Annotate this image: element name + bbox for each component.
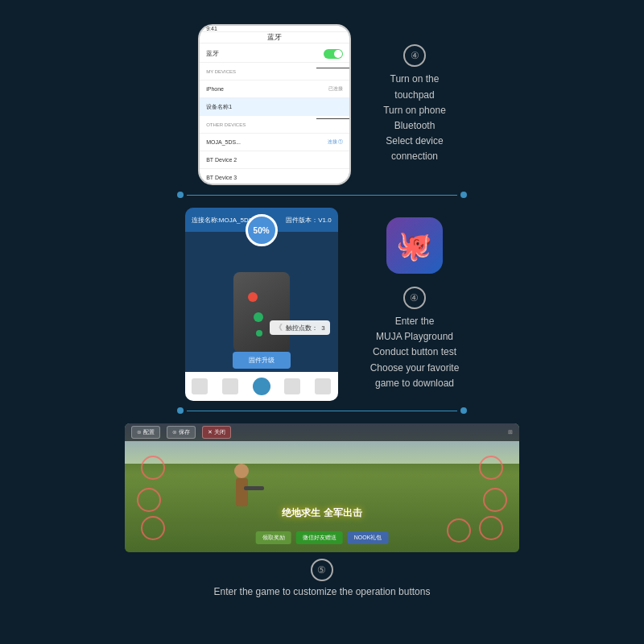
overlay-circle-7 xyxy=(447,518,471,543)
touch-count-value: 3 xyxy=(321,324,324,332)
app-screenshot: 连接名称:MOJA_5DS... 固件版本：V1.0 50% 《 触控点数： 3… xyxy=(185,208,338,401)
bluetooth-title: 蓝牙 xyxy=(267,32,282,43)
overlay-circle-1 xyxy=(141,456,165,480)
config-btn[interactable]: ⊙ 配置 xyxy=(131,426,160,439)
step5-circle: ⑤ xyxy=(311,559,333,581)
phone-list: 蓝牙 MY DEVICES iPhone 已连接 设备名称1 OTHER DE xyxy=(200,43,349,185)
device-item-extra1[interactable]: BT Device 2 xyxy=(200,151,349,169)
connector-line-1 xyxy=(187,195,457,196)
chevron-icon: 《 xyxy=(275,322,283,333)
connector-line-2 xyxy=(187,411,457,411)
section1-instructions: ④ Turn on thetouchpadTurn on phoneBlueto… xyxy=(383,44,446,164)
device-item-moja[interactable]: MOJA_5DS... 连接 ① xyxy=(200,134,349,151)
game-bottom-buttons: 领取奖励 微信好友赠送 NOOK礼包 xyxy=(256,531,389,544)
device-item-iphone[interactable]: iPhone 已连接 xyxy=(200,80,349,98)
touch-count-display: 《 触控点数： 3 xyxy=(270,320,329,335)
nav-icon-account[interactable] xyxy=(315,378,331,394)
dot-left-1 xyxy=(177,192,184,198)
arrow-line-2 xyxy=(316,118,351,119)
status-time: 9:41 xyxy=(206,26,217,31)
player-head xyxy=(234,464,249,478)
section3-game: ⊙ 配置 ⊙ 保存 ✕ 关闭 ⊞ xyxy=(0,423,644,552)
overlay-circle-2 xyxy=(137,488,161,512)
bluetooth-toggle-row: 蓝牙 xyxy=(200,45,349,63)
reward-btn-label: 领取奖励 xyxy=(262,535,285,540)
game-title: 绝地求生 全军出击 xyxy=(282,506,361,520)
game-top-bar: ⊙ 配置 ⊙ 保存 ✕ 关闭 ⊞ xyxy=(125,423,519,441)
player-body xyxy=(236,478,248,506)
game-background: ⊙ 配置 ⊙ 保存 ✕ 关闭 ⊞ xyxy=(125,423,519,552)
save-btn[interactable]: ⊙ 保存 xyxy=(167,426,196,439)
nook-btn-label: NOOK礼包 xyxy=(354,535,382,540)
bluetooth-label: 蓝牙 xyxy=(206,49,219,58)
phone-status-bar: 9:41 xyxy=(200,26,349,32)
step4-number-2: ④ xyxy=(410,292,419,303)
section2-instructions: ④ Enter theMUJA PlaygroundConduct button… xyxy=(370,287,460,391)
section-header-my: MY DEVICES xyxy=(200,63,349,80)
bluetooth-toggle[interactable] xyxy=(324,49,343,59)
step4-number-1: ④ xyxy=(411,50,419,61)
save-btn-label: ⊙ 保存 xyxy=(172,429,190,435)
player-gun xyxy=(244,486,264,490)
close-btn-label: ✕ 关闭 xyxy=(208,429,225,435)
close-btn[interactable]: ✕ 关闭 xyxy=(202,426,231,439)
game-btn-reward[interactable]: 领取奖励 xyxy=(256,531,291,544)
wechat-btn-label: 微信好友赠送 xyxy=(303,535,336,540)
game-player xyxy=(221,464,262,528)
game-btn-nook[interactable]: NOOK礼包 xyxy=(348,531,389,544)
dot-right-1 xyxy=(460,192,467,198)
nav-icon-download[interactable] xyxy=(284,378,300,394)
section1-bluetooth: 9:41 蓝牙 蓝牙 MY DEVICES iPhone 已连接 xyxy=(0,24,644,185)
connector-row-1 xyxy=(0,192,644,198)
step4-circle-2: ④ xyxy=(403,287,426,309)
device-item-extra2[interactable]: BT Device 3 xyxy=(200,169,349,185)
game-top-right-icon: ⊞ xyxy=(508,429,513,436)
dot-right-2 xyxy=(460,407,467,414)
game-btn-wechat[interactable]: 微信好友赠送 xyxy=(296,531,343,544)
firmware-version: 固件版本：V1.0 xyxy=(286,216,331,225)
section2-muja: 连接名称:MOJA_5DS... 固件版本：V1.0 50% 《 触控点数： 3… xyxy=(0,208,644,401)
device-item-selected[interactable]: 设备名称1 xyxy=(200,98,349,116)
section2-text-content: Enter theMUJA PlaygroundConduct button t… xyxy=(370,314,460,391)
nav-icon-mine[interactable] xyxy=(253,378,270,395)
config-btn-label: ⊙ 配置 xyxy=(137,429,155,435)
touch-count-label: 触控点数： xyxy=(286,324,318,332)
muja-app-icon[interactable]: 🐙 xyxy=(386,217,443,274)
step4-circle-1: ④ xyxy=(403,44,426,67)
section2-right-panel: 🐙 ④ Enter theMUJA PlaygroundConduct butt… xyxy=(370,217,460,391)
overlay-circle-5 xyxy=(483,488,507,512)
overlay-circle-6 xyxy=(479,516,503,540)
connector-row-2 xyxy=(0,407,644,414)
progress-label: 50% xyxy=(254,226,270,235)
dot-left-2 xyxy=(177,407,184,414)
progress-circle: 50% xyxy=(246,214,278,246)
section5-footer: ⑤ Enter the game to customize the operat… xyxy=(214,559,431,597)
section1-text-content: Turn on thetouchpadTurn on phoneBluetoot… xyxy=(383,72,446,164)
section5-text: Enter the game to customize the operatio… xyxy=(214,586,431,597)
app-bottom-navigation xyxy=(185,372,338,401)
device-image xyxy=(233,272,290,353)
step5-number: ⑤ xyxy=(317,564,326,576)
firmware-upgrade-btn[interactable]: 固件升级 xyxy=(233,352,291,369)
arrow-line-1 xyxy=(316,68,351,68)
nav-icon-discover[interactable] xyxy=(222,378,238,394)
nav-icon-game[interactable] xyxy=(192,378,208,394)
phone-screenshot: 9:41 蓝牙 蓝牙 MY DEVICES iPhone 已连接 xyxy=(198,24,351,185)
overlay-circle-4 xyxy=(479,456,503,480)
muja-octopus-emoji: 🐙 xyxy=(396,229,432,262)
device-dot-blue xyxy=(256,330,262,336)
phone-title-bar: 蓝牙 xyxy=(200,32,349,43)
overlay-circle-3 xyxy=(141,516,165,540)
page-container: 9:41 蓝牙 蓝牙 MY DEVICES iPhone 已连接 xyxy=(0,0,644,644)
game-screenshot: ⊙ 配置 ⊙ 保存 ✕ 关闭 ⊞ xyxy=(125,423,519,552)
